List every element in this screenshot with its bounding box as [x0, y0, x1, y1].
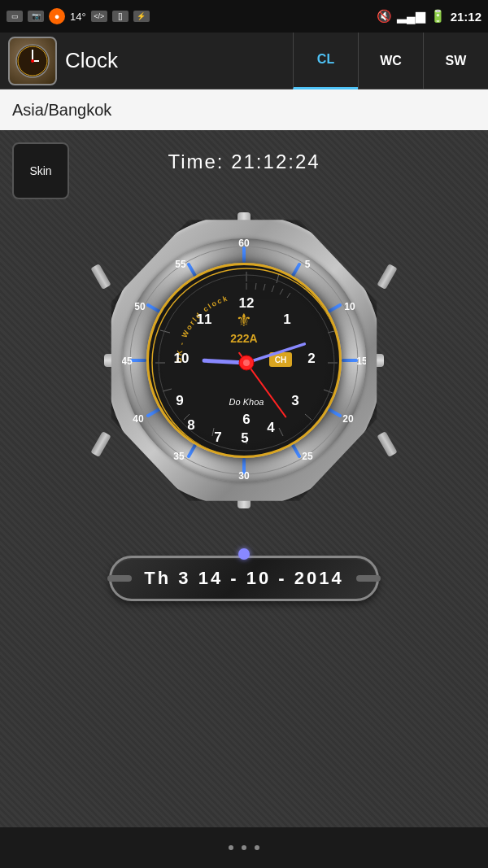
- timezone-bar: Asia/Bangkok: [0, 89, 488, 130]
- brackets-icon: []: [112, 11, 129, 22]
- svg-text:50: 50: [134, 301, 146, 312]
- date-indicator: [238, 548, 250, 560]
- usb-icon: ⚡: [133, 11, 150, 22]
- svg-line-37: [324, 390, 333, 393]
- watch-container: 60 5 10 15 20 25 30 35 40 45 50 55: [89, 190, 399, 531]
- timezone-text: Asia/Bangkok: [12, 101, 111, 120]
- sim-icon: ▭: [7, 11, 23, 22]
- svg-text:10: 10: [344, 301, 355, 312]
- svg-point-47: [159, 275, 334, 451]
- time-display: Time: 21:12:24: [168, 150, 320, 173]
- clock-time: 21:12: [451, 10, 481, 24]
- status-left: ▭ 📷 ● 14° </> [] ⚡: [7, 8, 150, 24]
- app-bar: Clock CL WC SW: [0, 33, 488, 89]
- skin-button[interactable]: Skin: [12, 142, 69, 199]
- tab-cl[interactable]: CL: [293, 33, 358, 89]
- signal-icon: ▂▄▆: [397, 9, 425, 24]
- svg-line-38: [305, 414, 312, 420]
- nav-tabs: CL WC SW: [293, 33, 488, 89]
- clock-face: DK - World clock: [146, 263, 342, 458]
- svg-text:40: 40: [133, 413, 144, 425]
- side-button-top-left: [90, 264, 111, 290]
- bottom-nav-bar: [0, 827, 488, 868]
- date-right-indicator: [356, 575, 381, 582]
- side-button-bottom-left: [90, 431, 111, 457]
- main-content: Skin Time: 21:12:24: [0, 130, 488, 827]
- svg-line-43: [163, 389, 172, 391]
- svg-text:45: 45: [122, 355, 133, 367]
- model-number: 222A: [230, 332, 257, 345]
- svg-text:15: 15: [356, 355, 366, 367]
- bezel: 60 5 10 15 20 25 30 35 40 45 50 55: [122, 238, 366, 482]
- date-text: Th 3 14 - 10 - 2014: [144, 568, 343, 588]
- app-icon: [8, 37, 57, 85]
- tab-wc[interactable]: WC: [358, 33, 423, 89]
- date-left-indicator: [107, 575, 132, 582]
- svg-line-32: [277, 273, 279, 283]
- camera-icon: 📷: [28, 11, 44, 22]
- skin-label: Skin: [29, 164, 51, 177]
- svg-line-42: [184, 414, 190, 420]
- battery-icon: 🔋: [430, 9, 446, 24]
- svg-text:DK - World clock: DK - World clock: [175, 294, 230, 363]
- code-icon: </>: [91, 11, 107, 22]
- status-bar: ▭ 📷 ● 14° </> [] ⚡ 🔇 ▂▄▆ 🔋 21:12: [0, 0, 488, 33]
- app-title: Clock: [65, 48, 293, 73]
- bottom-dot-2: [242, 845, 246, 850]
- fleur-icon: ⚜: [236, 310, 252, 331]
- mute-icon: 🔇: [377, 9, 392, 24]
- svg-line-34: [325, 300, 333, 306]
- svg-point-4: [31, 59, 34, 63]
- svg-line-41: [212, 428, 214, 436]
- tab-sw[interactable]: SW: [423, 33, 488, 89]
- bottom-dot-1: [229, 845, 233, 850]
- temperature-display: 14°: [70, 11, 86, 23]
- status-right: 🔇 ▂▄▆ 🔋 21:12: [377, 9, 481, 24]
- side-button-bottom-right: [377, 431, 397, 457]
- svg-line-39: [279, 428, 283, 436]
- app-logo-icon: ●: [49, 8, 65, 24]
- svg-text:30: 30: [238, 470, 250, 482]
- side-button-top-right: [377, 264, 397, 290]
- svg-text:20: 20: [342, 413, 354, 425]
- bottom-dot-3: [255, 845, 259, 850]
- svg-text:60: 60: [238, 238, 250, 249]
- date-display: Th 3 14 - 10 - 2014: [109, 556, 378, 601]
